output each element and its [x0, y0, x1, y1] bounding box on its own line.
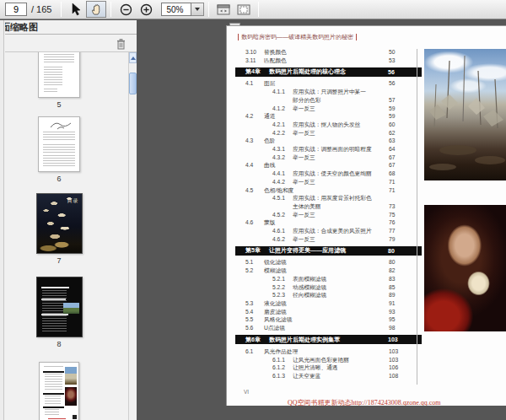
toc-entry-title: 色相/饱和度 [264, 186, 389, 195]
toc-entry-row: 4.5.1应用实战：用灰度背景衬托彩色主体的美丽73 [235, 194, 409, 210]
toc-entry-title-block: 应用实战：用灰度背景衬托彩色主体的美丽 [293, 194, 389, 210]
toc-entry-row: 4.2.2举一反三62 [235, 129, 409, 137]
toc-entry-number: 4.2.1 [272, 121, 293, 129]
toc-entry-row: 4.1.1应用实战：只调整照片中某一部分的色彩57 [235, 88, 409, 104]
toc-entry-title: 风光作品处理 [264, 347, 389, 356]
page-thumbnail[interactable] [36, 277, 83, 337]
scrollbar-up-button[interactable] [129, 52, 137, 63]
thumbnail-scrollbar[interactable] [128, 52, 137, 420]
minus-circle-icon [120, 3, 132, 16]
toc-entry-title-block: 色阶 [264, 137, 389, 145]
thumb-chapter-bar [43, 407, 64, 408]
toolbar-separator [110, 2, 111, 17]
toc-entry-number: 5.3 [245, 299, 264, 308]
thumb-heading-bar [41, 314, 68, 315]
toc-entry-row: 5.2.1表面模糊滤镜83 [235, 275, 409, 283]
toc-entry-page: 68 [389, 170, 409, 178]
thumb-text-lines [44, 366, 63, 369]
toc-entry-title: 匹配颜色 [264, 57, 389, 65]
toc-entry-number: 4.1.1 [272, 88, 293, 96]
toc-entry-title: 表面模糊滤镜 [293, 275, 389, 283]
thumb-text-lines [43, 155, 75, 166]
toc-chapter-row: 第4章数码照片后期处理的核心理念56 [235, 67, 422, 77]
toc-entry-row: 6.1.3让天空更蓝108 [235, 372, 409, 380]
toc-entry-title-block: 举一反三 [293, 235, 389, 244]
trash-icon[interactable] [116, 38, 126, 50]
toc-entry-title: 蒙版 [264, 218, 389, 227]
page-thumbnail[interactable]: 目录 [36, 193, 83, 254]
fit-page-button[interactable] [234, 1, 254, 18]
toc-entry-page: 73 [389, 202, 409, 211]
toc-entry-title-block: 应用实战：调整画面的明暗程度 [293, 145, 389, 153]
page-thumbnail[interactable] [38, 116, 80, 172]
toc-entry-page: 59 [389, 105, 409, 113]
toc-entry-number: 第6章 [235, 336, 269, 344]
toc-entry-title: 让照片清晰、通透 [293, 363, 389, 372]
zoom-in-button[interactable] [136, 1, 156, 18]
toc-entry-title-block: 径向模糊滤镜 [293, 291, 389, 299]
caret-down-icon [195, 8, 200, 11]
toc-entry-number: 3.10 [245, 48, 264, 57]
zoom-level-combobox[interactable]: 50% [161, 3, 191, 16]
toc-entry-title: 风格化滤镜 [264, 315, 389, 324]
toc-entry-number: 4.1.2 [272, 105, 293, 113]
toc-entry-title-block: 让照片变得更美——应用滤镜 [269, 246, 388, 255]
watermark-link[interactable]: QQ空间书籍更新动态http://1874243008.qzone.qq.com [288, 398, 439, 406]
toc-entry-row: 4.3.1应用实战：调整画面的明暗程度64 [235, 145, 409, 153]
toc-entry-title-block: 举一反三 [293, 211, 389, 219]
toc-entry-title-block: 图层 [264, 79, 389, 88]
toc-entry-page: 67 [389, 153, 409, 162]
select-tool-button[interactable] [66, 1, 86, 18]
panel-title: 页面缩略图 [5, 21, 38, 34]
document-canvas[interactable]: 数码暗房密码——破译精美数码照片的秘密 3.10替换颜色503.11匹配颜色53… [137, 20, 506, 420]
toc-entry-title-block: 举一反三 [293, 129, 389, 137]
toc-entry-title: 锐化滤镜 [264, 258, 389, 267]
toc-entry-row: 3.11匹配颜色53 [235, 57, 409, 65]
thumb-photo [65, 367, 77, 385]
toc-entry-page: 80 [389, 258, 409, 267]
toc-entry-title: 应用实战：抠人物的头发丝 [293, 121, 389, 129]
hand-tool-button[interactable] [86, 1, 106, 18]
toc-entry-row: 4.2通道59 [235, 112, 409, 121]
toc-entry-number: 4.3.1 [272, 145, 293, 153]
toc-entry-page: 67 [389, 161, 409, 170]
toc-entry-page: 76 [389, 218, 409, 227]
toc-entry-number: 4.6.2 [272, 235, 293, 244]
toc-entry-row: 5.2.2动感模糊滤镜85 [235, 283, 409, 292]
toc-entry-title: 举一反三 [293, 178, 389, 186]
toc-entry-number: 4.2.2 [272, 129, 293, 137]
header-rule [238, 34, 239, 40]
thumb-cover-title: 目录 [67, 197, 79, 205]
toc-entry-title-block: 风光作品处理 [264, 347, 389, 356]
toc-entry-title-block: 让天空更蓝 [293, 372, 389, 380]
page-thumbnail-current[interactable] [39, 362, 79, 420]
thumb-text-lines [43, 132, 75, 143]
toc-entry-title: 数码照片后期处理实例集萃 [269, 337, 340, 342]
toc-entry-page: 93 [389, 308, 409, 316]
toc-entry-number: 4.6 [245, 218, 264, 227]
toc-entry-title: 数码照片后期处理的核心理念 [269, 68, 346, 74]
toc-entry-row: 4.1.2举一反三59 [235, 105, 409, 113]
preface-script-mark [39, 120, 80, 132]
pdf-page[interactable]: 数码暗房密码——破译精美数码照片的秘密 3.10替换颜色503.11匹配颜色53… [226, 25, 506, 406]
zoom-dropdown-button[interactable] [191, 3, 204, 16]
page-number-input[interactable] [5, 3, 27, 16]
toc-entry-title-block: 色相/饱和度 [264, 186, 389, 195]
toc-entry-number: 4.3.2 [272, 153, 293, 162]
zoom-out-button[interactable] [116, 1, 136, 18]
toc-entry-row: 4.2.1应用实战：抠人物的头发丝60 [235, 121, 409, 129]
fit-width-button[interactable] [213, 1, 234, 18]
toolbar-separator [61, 2, 62, 17]
thumb-watermark-line [48, 418, 66, 419]
toc-entry-number: 5.2 [245, 267, 264, 275]
scrollbar-thumb[interactable] [129, 73, 137, 94]
toc-entry-page: 50 [389, 48, 409, 57]
toc-entry-row: 5.4磨皮滤镜93 [235, 308, 409, 316]
thumb-chapter-bar [43, 393, 64, 395]
toc-entry-title-block: 举一反三 [293, 178, 389, 186]
toc-entry-title: 应用实战：调整画面的明暗程度 [293, 145, 389, 153]
page-thumbnail[interactable] [38, 52, 80, 98]
toc-entry-title-block: 数码照片后期处理的核心理念 [269, 67, 388, 76]
toc-entry-number: 第5章 [235, 246, 269, 255]
toc-entry-title: 举一反三 [293, 129, 389, 137]
